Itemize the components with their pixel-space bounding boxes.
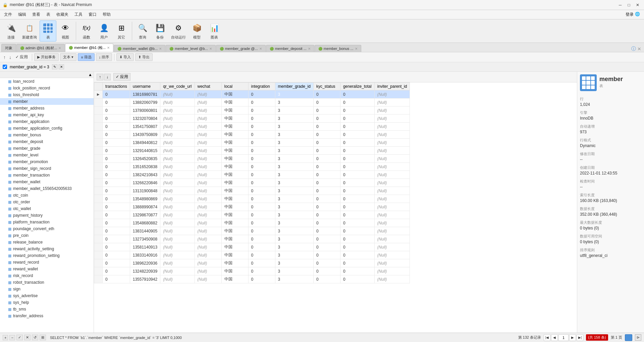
table-cell[interactable]: (Null) xyxy=(195,219,221,227)
table-cell[interactable]: 0 xyxy=(340,203,374,211)
tab-member-deposit[interactable]: 🟢 member_deposit ... ✕ xyxy=(266,45,314,52)
table-cell[interactable]: 0 xyxy=(103,107,130,115)
sidebar-item-member-promotion[interactable]: ▦ member_promotion xyxy=(0,158,94,165)
col-header-indicator[interactable] xyxy=(94,83,103,90)
sidebar-item-member[interactable]: ▦ member xyxy=(0,98,94,105)
row-indicator[interactable] xyxy=(94,243,103,251)
table-cell[interactable]: 0 xyxy=(248,275,275,283)
sidebar-item-platform-transaction[interactable]: ▦ platform_transaction xyxy=(0,219,94,225)
table-cell[interactable]: (Null) xyxy=(160,219,195,227)
table-cell[interactable]: 0 xyxy=(103,275,130,283)
table-cell[interactable]: 中国 xyxy=(221,171,248,179)
table-cell[interactable]: 中国 xyxy=(221,163,248,171)
table-row[interactable]: 013541750807(Null)(Null)中国0300(Null) xyxy=(94,123,410,131)
apply-check-button[interactable]: ✓ 应用 xyxy=(113,73,130,81)
table-cell[interactable]: (Null) xyxy=(195,115,221,123)
table-cell[interactable]: 13849440812 xyxy=(130,139,160,147)
table-cell[interactable]: 3 xyxy=(275,219,313,227)
apply-button[interactable]: ✓ 应用 xyxy=(13,54,30,61)
table-cell[interactable]: (Null) xyxy=(160,235,195,243)
row-indicator[interactable] xyxy=(94,219,103,227)
table-cell[interactable]: 0 xyxy=(313,203,340,211)
table-cell[interactable]: 0 xyxy=(313,171,340,179)
table-cell[interactable]: 中国 xyxy=(221,227,248,235)
table-cell[interactable]: 3 xyxy=(275,171,313,179)
sidebar-item-loan-record[interactable]: ▦ loan_record xyxy=(0,78,94,85)
table-cell[interactable]: (Null) xyxy=(374,235,410,243)
toolbar-chart[interactable]: 📊 图表 xyxy=(206,21,223,41)
table-cell[interactable]: 13581140913 xyxy=(130,243,160,251)
toolbar-view[interactable]: 👁 视图 xyxy=(57,21,74,41)
tab-admin-b1[interactable]: 🟢 admin @b1 (检材... ✕ xyxy=(16,44,65,52)
table-row[interactable]: 013298670877(Null)(Null)中国0300(Null) xyxy=(94,211,410,219)
table-cell[interactable]: 3 xyxy=(275,115,313,123)
tab-member-grade-close[interactable]: ✕ xyxy=(259,47,262,51)
table-cell[interactable]: 0 xyxy=(248,131,275,139)
down-arrow-button[interactable]: ↓ xyxy=(8,54,13,61)
table-cell[interactable]: (Null) xyxy=(160,259,195,267)
tab-object[interactable]: 对象 xyxy=(1,44,16,52)
table-cell[interactable]: 0 xyxy=(313,131,340,139)
table-cell[interactable]: (Null) xyxy=(374,187,410,195)
help-icon[interactable]: 🌐 xyxy=(635,12,640,17)
table-cell[interactable]: 3 xyxy=(275,251,313,259)
table-cell[interactable]: 0 xyxy=(313,259,340,267)
table-cell[interactable]: 0 xyxy=(248,171,275,179)
table-cell[interactable]: (Null) xyxy=(160,139,195,147)
table-cell[interactable]: 中国 xyxy=(221,90,248,98)
table-cell[interactable]: 0 xyxy=(248,115,275,123)
sidebar-item-reward-record[interactable]: ▦ reward_record xyxy=(0,259,94,266)
table-row[interactable]: 013273450908(Null)(Null)中国0300(Null) xyxy=(94,235,410,243)
table-cell[interactable]: (Null) xyxy=(374,115,410,123)
sidebar-item-member-sign-record[interactable]: ▦ member_sign_record xyxy=(0,165,94,172)
table-cell[interactable]: (Null) xyxy=(374,243,410,251)
table-cell[interactable]: 0 xyxy=(340,179,374,187)
col-header-member-grade-id[interactable]: member_grade_id xyxy=(275,83,313,90)
table-cell[interactable]: 中国 xyxy=(221,98,248,107)
table-cell[interactable]: 3 xyxy=(275,163,313,171)
table-cell[interactable]: 中国 xyxy=(221,155,248,163)
row-indicator[interactable] xyxy=(94,131,103,139)
row-indicator[interactable] xyxy=(94,259,103,267)
col-header-transactions[interactable]: transactions xyxy=(103,83,130,90)
table-cell[interactable]: 0 xyxy=(103,163,130,171)
table-cell[interactable]: 中国 xyxy=(221,251,248,259)
table-cell[interactable]: (Null) xyxy=(195,259,221,267)
tab-member-bonus-close[interactable]: ✕ xyxy=(355,47,358,51)
sidebar-item-loss-threshold[interactable]: ▦ loss_threshold xyxy=(0,91,94,98)
table-cell[interactable]: 3 xyxy=(275,243,313,251)
table-cell[interactable]: 3 xyxy=(275,90,313,98)
table-row[interactable]: 013131900848(Null)(Null)中国0300(Null) xyxy=(94,187,410,195)
table-cell[interactable]: 0 xyxy=(248,147,275,155)
sidebar-item-sys-advertise[interactable]: ▦ sys_advertise xyxy=(0,292,94,299)
table-cell[interactable]: 0 xyxy=(340,98,374,107)
row-indicator[interactable] xyxy=(94,195,103,203)
table-row[interactable]: 013849440812(Null)(Null)中国0300(Null) xyxy=(94,139,410,147)
table-cell[interactable]: 3 xyxy=(275,179,313,187)
table-cell[interactable]: (Null) xyxy=(195,131,221,139)
filter-button[interactable]: ≡ 筛选 xyxy=(78,53,94,61)
table-cell[interactable]: 0 xyxy=(103,219,130,227)
row-indicator[interactable] xyxy=(94,235,103,243)
right-panel-toggle[interactable]: ⊳ xyxy=(635,334,641,341)
close-panel-button[interactable]: ✕ xyxy=(637,46,641,52)
table-cell[interactable]: 0 xyxy=(340,251,374,259)
table-cell[interactable]: 13824210843 xyxy=(130,171,160,179)
table-cell[interactable]: 13831440905 xyxy=(130,227,160,235)
table-cell[interactable]: 13516520838 xyxy=(130,163,160,171)
table-cell[interactable]: 0 xyxy=(340,187,374,195)
table-cell[interactable]: (Null) xyxy=(195,163,221,171)
table-cell[interactable]: (Null) xyxy=(374,211,410,219)
table-cell[interactable]: 0 xyxy=(313,267,340,275)
row-indicator[interactable] xyxy=(94,107,103,115)
table-cell[interactable]: 0 xyxy=(103,131,130,139)
table-cell[interactable]: (Null) xyxy=(160,131,195,139)
table-row[interactable]: 013439750809(Null)(Null)中国0300(Null) xyxy=(94,131,410,139)
sidebar-item-member-application[interactable]: ▦ member_application xyxy=(0,118,94,125)
sidebar-item-lock-position-record[interactable]: ▦ lock_position_record xyxy=(0,85,94,91)
sidebar-item-tb-sms[interactable]: ▦ tb_sms xyxy=(0,306,94,313)
table-cell[interactable]: 13888990874 xyxy=(130,203,160,211)
table-cell[interactable]: (Null) xyxy=(195,90,221,98)
table-cell[interactable]: 0 xyxy=(103,251,130,259)
row-indicator[interactable] xyxy=(94,147,103,155)
